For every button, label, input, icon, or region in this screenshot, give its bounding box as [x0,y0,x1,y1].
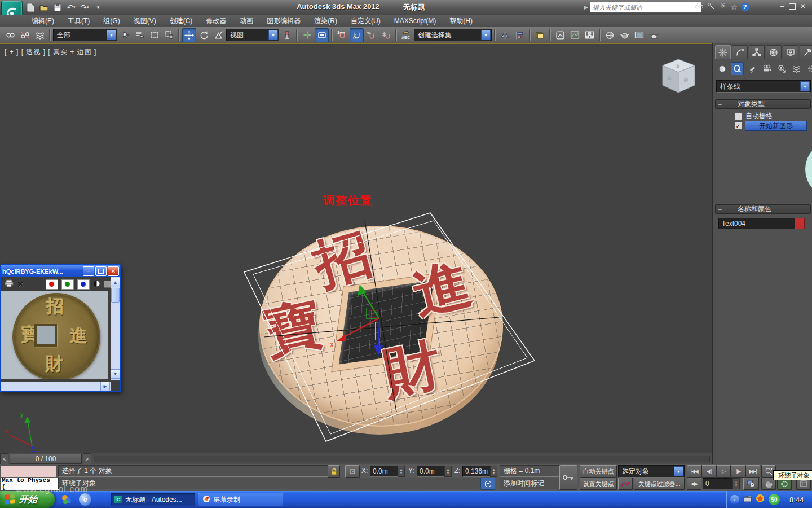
z-spinner[interactable]: ▲▼ [490,466,497,477]
quicklaunch-browser-icon[interactable]: e [79,493,91,506]
prev-frame-button[interactable]: < [0,453,8,465]
select-rotate-icon[interactable] [197,28,211,42]
material-editor-icon[interactable] [603,28,617,42]
cameras-icon[interactable] [761,63,773,75]
align-icon[interactable] [513,28,527,42]
schematic-view-icon[interactable] [582,28,597,42]
go-to-start-button[interactable]: |◀◀ [687,465,701,478]
angle-snap-icon[interactable] [350,28,364,42]
select-by-name-icon[interactable] [133,28,147,42]
tab-utilities[interactable] [800,45,812,59]
lights-icon[interactable] [747,63,758,75]
player-horizontal-scrollbar[interactable]: ▶ [1,382,111,391]
key-selection-dropdown[interactable]: 选定对象▼ [618,465,685,478]
select-manipulate-icon[interactable] [300,28,314,42]
key-mode-toggle[interactable]: ◀▶ [687,478,701,490]
name-color-rollout[interactable]: −名称和颜色 [715,204,811,214]
select-scale-icon[interactable] [211,28,226,42]
object-name-field[interactable]: Text004 [718,218,796,229]
helpers-icon[interactable] [776,63,788,75]
scroll-right-icon[interactable]: ▶ [100,382,110,391]
tray-collapse-icon[interactable]: ‹ [730,495,739,504]
player-close-button[interactable]: ✕ [108,266,119,276]
render-production-icon[interactable] [647,28,661,42]
time-configuration-button[interactable] [743,478,759,490]
dropdown-arrow-icon[interactable]: ▼ [481,30,491,40]
time-slider-track[interactable] [94,456,710,462]
select-object-icon[interactable] [118,28,132,42]
menu-maxscript[interactable]: MAXScript(M) [387,15,443,27]
y-spinner[interactable]: ▲▼ [444,466,452,477]
task-screen-record[interactable]: 屏幕录制 [198,493,283,506]
object-type-rollout[interactable]: −对象类型 [715,99,811,109]
dropdown-arrow-icon[interactable]: ▼ [107,30,116,40]
viewcube-left-label[interactable]: 左 [667,75,672,80]
shape-category-dropdown[interactable]: 样条线▼ [716,80,811,93]
rectangular-selection-icon[interactable] [147,28,161,42]
object-color-swatch[interactable] [795,218,805,229]
start-new-shape-checkbox[interactable]: ✓ [734,122,742,130]
bind-spacewarp-icon[interactable] [33,28,47,42]
isolate-cube-button[interactable] [480,478,495,490]
view-cube[interactable]: 顶 左 前 [663,59,695,93]
systems-icon[interactable] [805,63,812,75]
spinner-snap-icon[interactable] [379,28,393,42]
player-window[interactable]: hQclRBYG-EKEkW... – ✕ ✕ 招 進 寶 財 ▲ ▼ ▶ [0,264,121,392]
set-key-button[interactable]: 设置关键点 [580,478,617,490]
quicklaunch-media-icon[interactable] [61,494,72,507]
absolute-offset-toggle[interactable] [345,465,360,478]
window-crossing-icon[interactable] [162,28,176,42]
player-title-bar[interactable]: hQclRBYG-EKEkW... – ✕ [1,265,120,277]
select-link-icon[interactable] [3,28,17,42]
menu-customize[interactable]: 自定义(U) [344,15,387,28]
viewport-label[interactable]: [ + ] [ 透视 ] [ 真实 + 边面 ] [5,47,96,57]
menu-modifiers[interactable]: 修改器 [199,15,233,28]
set-keys-button[interactable] [559,465,577,490]
selection-lock-button[interactable] [328,465,340,478]
favorites-star-icon[interactable]: ☆ [731,3,738,11]
dropdown-arrow-icon[interactable]: ▼ [674,466,683,476]
restore-button[interactable] [789,3,796,10]
search-input[interactable] [590,2,701,13]
tray-recorder-icon[interactable] [743,494,752,505]
tray-cpu-badge[interactable]: 50 [769,494,780,505]
search-binoculars-icon[interactable] [695,2,704,12]
selection-filter-dropdown[interactable]: 全部▼ [53,29,117,41]
default-in-out-tangents-button[interactable] [618,478,633,490]
mirror-icon[interactable] [498,28,512,42]
scroll-down-icon[interactable]: ▼ [111,369,120,379]
undo-icon[interactable]: ↶▾ [65,2,77,13]
use-pivot-center-icon[interactable] [280,28,294,42]
contrast-icon[interactable] [93,279,100,290]
dropdown-arrow-icon[interactable]: ▼ [800,81,810,91]
communication-center-icon[interactable] [719,2,727,12]
curve-editor-icon[interactable] [568,28,582,42]
unlink-icon[interactable] [18,28,32,42]
search-flyout-arrow-icon[interactable]: ▶ [584,5,588,10]
add-time-tag[interactable]: 添加时间标记 [500,478,564,489]
auto-key-button[interactable]: 自动关键点 [580,465,617,478]
maxscript-mini-listener-pink[interactable] [0,465,57,478]
tab-create[interactable] [715,45,731,59]
scroll-up-icon[interactable]: ▲ [111,278,120,287]
select-move-icon[interactable] [182,28,196,42]
minimize-button[interactable]: – [780,2,784,10]
delete-icon[interactable]: ✕ [17,279,24,290]
player-image[interactable]: 招 進 寶 財 [1,291,108,379]
qat-customize-icon[interactable]: ▾ [92,2,104,13]
menu-create[interactable]: 创建(C) [163,15,200,28]
play-button[interactable]: ▷ [716,465,731,478]
reference-coordinate-dropdown[interactable]: 视图▼ [226,29,279,41]
tab-display[interactable] [783,45,798,59]
edit-named-sets-icon[interactable]: ABC [399,28,413,42]
go-to-end-button[interactable]: ▶▶| [745,465,760,478]
menu-group[interactable]: 组(G) [96,15,126,28]
autogrid-checkbox[interactable] [734,112,742,120]
tab-hierarchy[interactable] [749,45,765,59]
graphite-ribbon-icon[interactable] [553,28,567,42]
render-setup-icon[interactable] [617,28,632,42]
named-selection-sets-dropdown[interactable]: 创建选择集▼ [414,29,492,41]
blue-channel-button[interactable] [77,279,90,290]
rendered-frame-icon[interactable] [632,28,646,42]
tab-motion[interactable] [766,45,782,59]
